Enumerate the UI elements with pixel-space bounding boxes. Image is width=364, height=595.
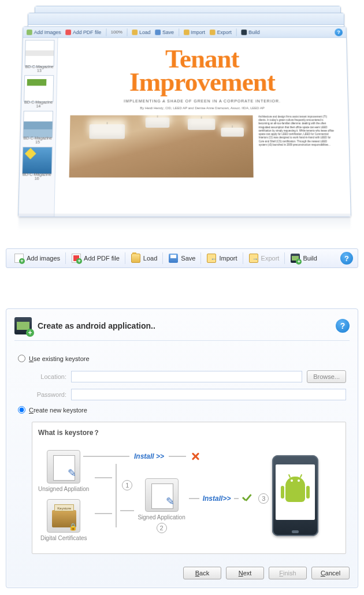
page-thumbnail[interactable] [25, 40, 55, 66]
build-button[interactable]: Build [285, 249, 322, 267]
article-body: Architecture and design firms assist ten… [258, 115, 336, 177]
main-toolbar: Add images Add PDF file Load Save Import… [6, 248, 358, 268]
subhead: IMPLEMENTING A SHADE OF GREEN IN A CORPO… [70, 99, 334, 103]
check-icon [242, 493, 252, 504]
import-icon [207, 254, 216, 263]
page-thumbnail[interactable] [23, 111, 53, 138]
unsigned-app-node: Unsigned Appliation [38, 450, 89, 492]
step-3: 3 [258, 493, 269, 504]
location-label: Location: [32, 373, 66, 380]
article-photo [69, 115, 254, 177]
byline: By Heidi Hendy, CID, LEED AP and Denise … [70, 106, 335, 110]
keystore-title: What is keystore？ [38, 428, 340, 438]
import-button[interactable]: Import [184, 29, 206, 35]
help-icon[interactable]: ? [335, 28, 343, 36]
export-button[interactable]: Export [243, 249, 285, 267]
step-2: 2 [157, 523, 167, 533]
add-images-button[interactable]: Add Images [27, 29, 61, 35]
keystore-explain-box: What is keystore？ Install >> Unsigned Ap… [32, 422, 346, 554]
signed-app-node: Signed Application 2 [138, 478, 185, 533]
headline-line2: Improvement [70, 71, 334, 95]
android-robot-icon [281, 475, 310, 509]
zoom-value[interactable]: 100% [111, 29, 122, 35]
create-new-keystore-radio[interactable]: Create new keystore [18, 406, 346, 414]
location-input[interactable] [71, 371, 302, 382]
dialog-help-button[interactable]: ? [336, 319, 350, 333]
window-stack: Add Images Add PDF file 100% Load Save I… [6, 6, 358, 225]
password-input[interactable] [71, 389, 346, 400]
create-android-dialog: Create as android application.. ? Use ex… [6, 308, 358, 588]
android-build-icon [14, 317, 32, 334]
export-button[interactable]: Export [210, 29, 232, 35]
save-button[interactable]: Save [163, 249, 201, 267]
add-pdf-button[interactable]: Add PDF file [66, 249, 125, 267]
page-preview: Tenant Improvement IMPLEMENTING A SHADE … [54, 38, 350, 216]
page-thumbnail[interactable] [24, 75, 54, 102]
main-app-window: Add Images Add PDF file 100% Load Save I… [18, 27, 351, 217]
cross-icon [191, 452, 200, 461]
import-button[interactable]: Import [201, 249, 243, 267]
save-button[interactable]: Save [155, 29, 174, 35]
finish-button[interactable]: Finish [269, 567, 307, 579]
app-toolbar: Add Images Add PDF file 100% Load Save I… [23, 27, 346, 38]
android-phone-icon [272, 455, 318, 536]
dialog-title: Create as android application.. [38, 321, 330, 330]
cancel-button[interactable]: Cancel [311, 567, 350, 579]
page-thumbnail[interactable] [22, 147, 53, 174]
install-fail-path: Install >> [83, 452, 200, 461]
step-1: 1 [122, 480, 132, 490]
use-existing-keystore-radio[interactable]: Use existing keystore [18, 355, 346, 362]
browse-button[interactable]: Browse... [307, 370, 346, 383]
load-button[interactable]: Load [132, 29, 150, 35]
load-button[interactable]: Load [125, 249, 163, 267]
digital-certs-node: Keystore Digital Certificates [38, 499, 89, 541]
headline-line1: Tenant [71, 47, 333, 70]
password-label: Password: [32, 391, 66, 398]
help-button[interactable]: ? [340, 252, 353, 265]
build-button[interactable]: Build [242, 29, 260, 35]
add-image-icon [14, 254, 24, 263]
export-icon [249, 254, 258, 263]
next-button[interactable]: Next [226, 567, 264, 579]
save-icon [169, 254, 178, 263]
pdf-icon [72, 254, 81, 263]
back-button[interactable]: Back [183, 567, 221, 579]
add-images-button[interactable]: Add images [9, 249, 66, 267]
build-icon [291, 254, 300, 263]
thumbnail-panel [18, 38, 58, 216]
add-pdf-button[interactable]: Add PDF file [65, 29, 101, 35]
folder-icon [131, 254, 140, 263]
